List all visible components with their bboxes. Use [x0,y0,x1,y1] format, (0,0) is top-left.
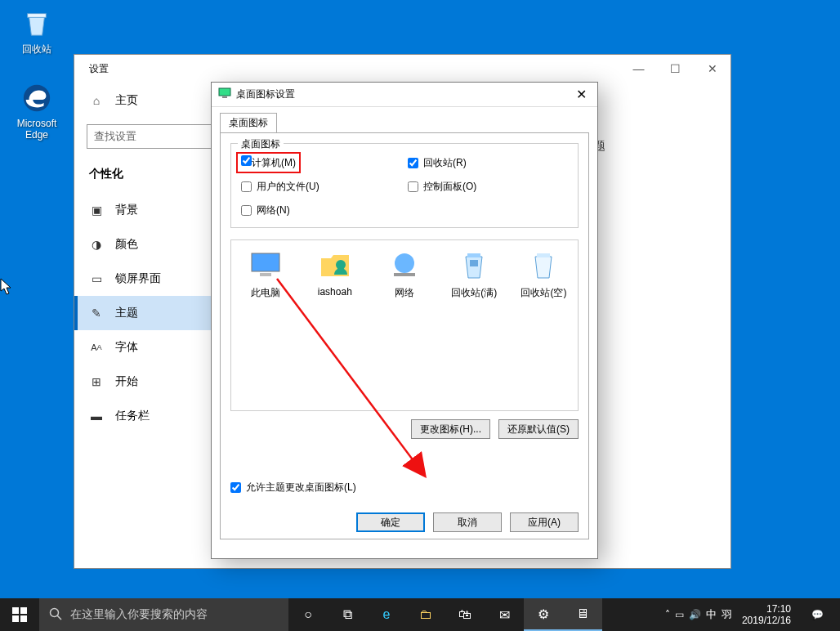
taskbar-search[interactable]: 在这里输入你要搜索的内容 [39,598,288,631]
taskbar-display-app[interactable]: 🖥 [563,598,602,631]
desktop-icon-label: 回收站 [8,43,65,56]
start-button[interactable] [0,598,39,631]
lockscreen-icon: ▭ [89,271,104,286]
settings-titlebar[interactable]: 设置 — ☐ ✕ [74,55,731,83]
svg-rect-3 [252,253,279,271]
checkbox-user-files[interactable]: 用户的文件(U) [241,180,401,194]
svg-rect-11 [20,607,27,614]
sidebar-item-themes[interactable]: ✎ 主题 [74,296,213,330]
tab-desktop-icons[interactable]: 桌面图标 [220,113,277,133]
tray-chevron-icon[interactable]: ˄ [665,609,670,620]
taskbar-mail[interactable]: ✉ [485,598,524,631]
tray-notifications[interactable]: 💬 [801,609,833,620]
close-button[interactable]: ✕ [694,55,731,83]
tray-ime-1[interactable]: 中 [706,607,717,622]
tray-volume-icon[interactable]: 🔊 [689,609,701,620]
sidebar-item-label: 开始 [115,374,138,389]
icon-label: 此电脑 [251,287,280,298]
recycle-bin-icon [20,7,53,39]
clock-time: 17:10 [742,603,791,615]
desktop-icons-group: 桌面图标 计算机(M) 回收站(R) 用户的文件(U) 控制面板(O) 网络(N… [230,143,579,228]
taskbar: 在这里输入你要搜索的内容 ○ ⧉ e 🗀 🛍 ✉ ⚙ 🖥 ˄ ▭ 🔊 中 羽 1… [0,598,840,631]
monitor-icon: 🖥 [576,606,589,621]
sidebar-home[interactable]: ⌂ 主页 [74,87,213,114]
svg-rect-13 [20,615,27,622]
group-label: 桌面图标 [238,137,284,151]
monitor-icon [218,87,231,101]
sidebar-item-label: 颜色 [115,237,138,252]
desktop-icon-recycle-bin[interactable]: 回收站 [8,7,65,56]
taskview-icon: ⧉ [343,607,352,622]
svg-rect-1 [219,88,230,96]
sidebar-item-background[interactable]: ▣ 背景 [74,193,213,227]
minimize-button[interactable]: — [620,55,657,83]
search-input[interactable]: 查找设置 [87,124,213,149]
tray-network-icon[interactable]: ▭ [675,609,684,620]
sidebar-item-start[interactable]: ⊞ 开始 [74,365,213,399]
taskbar-edge[interactable]: e [367,598,406,631]
search-placeholder: 在这里输入你要搜索的内容 [70,607,208,622]
taskbar-icon: ▬ [89,409,104,423]
start-icon: ⊞ [89,374,104,389]
settings-sidebar: ⌂ 主页 查找设置 个性化 ▣ 背景 ◑ 颜色 ▭ 锁屏界面 ✎ 主题 [74,83,213,568]
sidebar-item-label: 字体 [115,340,138,355]
svg-rect-12 [12,615,19,622]
image-icon: ▣ [89,203,104,217]
taskbar-explorer[interactable]: 🗀 [406,598,445,631]
icon-cell-recycle-full[interactable]: 回收站(满) [449,248,500,300]
network-icon [388,248,421,281]
recycle-empty-icon [527,248,560,281]
svg-rect-2 [222,96,227,98]
tray-ime-2[interactable]: 羽 [722,607,732,622]
home-icon: ⌂ [89,93,104,108]
icon-cell-user[interactable]: iashoah [309,248,360,300]
settings-title: 设置 [89,62,109,76]
dialog-close-button[interactable]: ✕ [565,83,597,106]
taskbar-settings[interactable]: ⚙ [524,598,563,631]
windows-icon [12,607,27,622]
apply-button[interactable]: 应用(A) [510,512,579,532]
sidebar-section-title: 个性化 [74,163,213,193]
taskbar-store[interactable]: 🛍 [445,598,485,631]
taskbar-taskview[interactable]: ⧉ [328,598,367,631]
dialog-title: 桌面图标设置 [236,87,295,101]
icon-cell-this-pc[interactable]: 此电脑 [239,248,291,300]
cancel-button[interactable]: 取消 [433,512,502,532]
sidebar-item-taskbar[interactable]: ▬ 任务栏 [74,399,213,433]
ok-button[interactable]: 确定 [356,512,425,532]
sidebar-item-fonts[interactable]: AA 字体 [74,330,213,365]
sidebar-item-colors[interactable]: ◑ 颜色 [74,227,213,262]
search-placeholder: 查找设置 [94,129,136,144]
icon-label: 回收站(空) [521,287,566,298]
checkbox-recycle-bin[interactable]: 回收站(R) [408,155,568,170]
sidebar-item-label: 锁屏界面 [115,271,161,286]
icon-cell-recycle-empty[interactable]: 回收站(空) [518,248,570,300]
this-pc-icon [249,248,282,281]
mail-icon: ✉ [499,607,510,623]
svg-rect-10 [12,607,19,614]
taskbar-cortana[interactable]: ○ [288,598,328,631]
checkbox-allow-theme[interactable]: 允许主题更改桌面图标(L) [230,481,356,495]
icon-cell-network[interactable]: 网络 [378,248,430,300]
desktop-icon-settings-dialog: 桌面图标设置 ✕ 桌面图标 桌面图标 计算机(M) 回收站(R) 用户的文件(U… [211,82,598,559]
change-icon-button[interactable]: 更改图标(H)... [411,419,490,439]
dialog-titlebar[interactable]: 桌面图标设置 ✕ [212,83,597,107]
maximize-button[interactable]: ☐ [657,55,694,83]
icon-label: 回收站(满) [451,287,497,298]
icon-preview-list[interactable]: 此电脑 iashoah 网络 回收站(满) 回收站(空) [230,239,579,411]
restore-defaults-button[interactable]: 还原默认值(S) [498,419,579,439]
checkbox-network[interactable]: 网络(N) [241,204,401,217]
tray-clock[interactable]: 17:10 2019/12/16 [737,603,796,627]
store-icon: 🛍 [458,607,471,622]
checkbox-computer[interactable]: 计算机(M) [241,155,401,170]
svg-line-15 [57,615,61,620]
sidebar-item-label: 背景 [115,203,138,217]
desktop-icon-edge[interactable]: Microsoft Edge [8,82,65,141]
palette-icon: ◑ [89,237,104,252]
svg-rect-7 [394,273,415,276]
edge-icon [20,82,53,114]
sidebar-item-lockscreen[interactable]: ▭ 锁屏界面 [74,262,213,296]
system-tray: ˄ ▭ 🔊 中 羽 17:10 2019/12/16 💬 [665,603,840,627]
checkbox-control-panel[interactable]: 控制面板(O) [408,180,568,194]
theme-icon: ✎ [89,306,104,320]
